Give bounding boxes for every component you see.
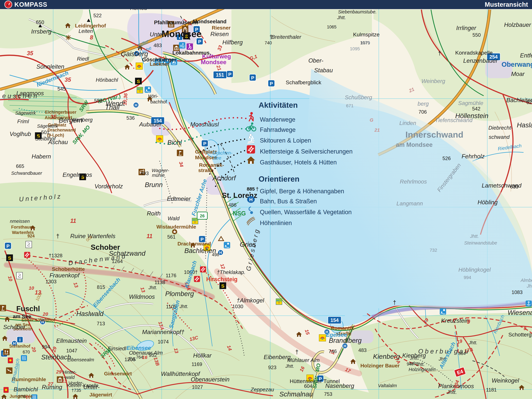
ladder-icon (247, 145, 255, 153)
map-label: Lackner (150, 61, 169, 67)
beach-icon (440, 308, 446, 315)
map-label: 34 (178, 161, 184, 167)
svg-text:Bahn, Bus & Straßen: Bahn, Bus & Straßen (260, 198, 317, 205)
golf-icon (0, 305, 6, 311)
map-label: 1074 (158, 339, 169, 345)
map-label: Wistaudermühle (156, 224, 196, 230)
map-label: Holzinger Bauer (361, 363, 399, 368)
header-bar: KOMPASS Musteransicht (0, 0, 532, 9)
map-label: Linden (399, 120, 416, 126)
map-label: Schafbergblick (286, 79, 322, 85)
map-label: 483 (153, 43, 162, 48)
beach-icon (224, 242, 230, 248)
parking-icon (249, 74, 256, 81)
ski-school-icon (6, 254, 13, 261)
map-label: 923 (268, 365, 276, 370)
map-label: Friml (17, 118, 29, 124)
map-label: 545 (57, 86, 66, 92)
map-label: Holzingeralm (409, 367, 436, 372)
map-canvas[interactable]: P H S i (0, 0, 532, 399)
map-label: Wiesenau (507, 309, 532, 316)
map-label: Sagmühle (458, 100, 483, 106)
map-label: Lokalbahnmus. (172, 50, 211, 56)
map-label: † (56, 233, 59, 239)
map-label: 740 (265, 41, 272, 45)
map-label: Gimsenwirt (104, 371, 132, 376)
map-label: Romantik- (199, 162, 224, 168)
map-label: Wald (168, 215, 180, 221)
map-label: †735 (71, 388, 81, 393)
map-label: Jhtt. (470, 234, 479, 239)
map-label: Haslwald (76, 310, 104, 317)
map-label: Aubauer (139, 121, 162, 128)
page-title: Musteransicht (485, 1, 528, 8)
map-label: Sägewerk (15, 110, 36, 115)
map-label: Mooshäusl (190, 121, 219, 128)
map-label: Steinwandstube (464, 240, 497, 246)
map-label: 11 (70, 217, 76, 224)
map-label: Stefanihof (9, 344, 31, 348)
map-label: Hirschsteig (206, 276, 238, 283)
map-label: Fehrholz (462, 153, 485, 160)
map-label: 1169 (191, 361, 202, 367)
badge-text: 151 (216, 72, 224, 78)
playground-icon (3, 349, 10, 355)
ski-route-marker-icon (276, 299, 282, 305)
postbus-icon (156, 135, 163, 142)
map-label: Diebrecht- (488, 125, 513, 131)
map-label: Höribachl (96, 77, 118, 83)
map-label: 713 (97, 321, 105, 326)
map-label: Eichingerbauer (45, 110, 76, 114)
topo-guide-icon (16, 272, 23, 279)
map-label: 1303 (45, 279, 57, 285)
map-label: Unter- (150, 31, 166, 38)
map-label: 486 (228, 202, 237, 208)
map-label: e u s c h e n (2, 92, 37, 99)
map-label: Steinbach (41, 353, 71, 361)
map-label: †1328 (49, 253, 62, 258)
climb-icon (200, 266, 206, 272)
svg-text:885: 885 (247, 186, 255, 191)
map-label: Sägewerk (37, 124, 58, 129)
svg-text:Wanderwege: Wanderwege (260, 116, 295, 123)
map-label: schwand (489, 134, 510, 140)
map-label: Vorder- (68, 380, 83, 386)
map-label: Moar (511, 71, 525, 77)
parking-icon (196, 38, 203, 45)
map-label: Jhtt. (127, 356, 136, 361)
map-label: Haslau (517, 121, 532, 129)
map-label: 555 (94, 98, 102, 104)
map-label: Plomberg (165, 290, 194, 298)
svg-text:H: H (249, 197, 253, 202)
map-label: Stabau (314, 67, 333, 74)
map-label: 1047 (66, 348, 77, 354)
map-label: Pfahlbaumuseum (154, 19, 198, 25)
kompass-logo[interactable]: KOMPASS (5, 1, 47, 8)
swim-icon (179, 42, 185, 49)
map-label: 27 (48, 381, 53, 386)
map-label: 732 (430, 248, 437, 253)
map-label: 746 (329, 348, 337, 354)
map-label: Leiten (79, 28, 93, 34)
map-label: -wald (63, 375, 75, 380)
map-label: †Almkogel (237, 297, 265, 304)
map-label: Mondseeland (193, 19, 227, 25)
map-label: † (269, 34, 273, 40)
map-label: Ellmaustein (56, 338, 87, 344)
map-label: Bichl (167, 139, 182, 146)
map-label: Jhtt. (447, 389, 457, 395)
svg-text:Klettersteige & Seilversicheru: Klettersteige & Seilversicherungen (260, 148, 353, 155)
map-label: 604 (304, 383, 312, 389)
map-label: 35 (65, 76, 71, 83)
golf-icon (177, 150, 183, 156)
map-label: Riedl (77, 56, 89, 62)
map-label: O b e r b u r g a u (418, 348, 468, 355)
hiker-purple-icon (187, 43, 193, 50)
map-label: 29 (56, 369, 62, 374)
map-label: Breitenthaler (271, 34, 302, 40)
map-label: 21 (374, 127, 380, 133)
info-icon (17, 337, 23, 343)
svg-text:Gipfel, Berge & Höhenangaben: Gipfel, Berge & Höhenangaben (260, 188, 344, 195)
map-label: Egelsee (326, 332, 347, 338)
map-label: Schottergrube (508, 331, 532, 338)
